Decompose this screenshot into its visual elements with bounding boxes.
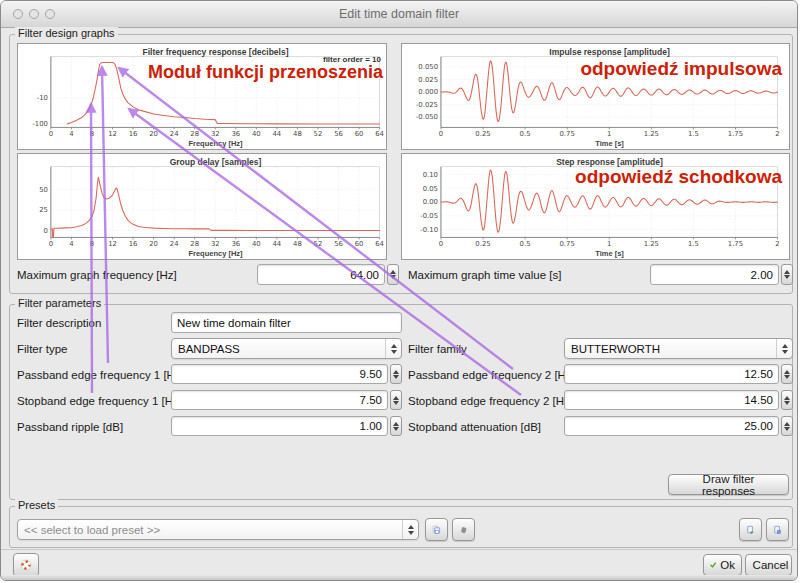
- cancel-button[interactable]: Cancel: [745, 554, 792, 576]
- svg-text:0: 0: [49, 130, 53, 138]
- svg-text:2: 2: [775, 130, 779, 138]
- svg-text:36: 36: [231, 240, 240, 248]
- annotation-step: odpowiedź schodkowa: [575, 166, 782, 188]
- filter-description-input[interactable]: [171, 312, 402, 333]
- ok-label: Ok: [720, 559, 735, 571]
- max-graph-time-input[interactable]: [650, 264, 779, 285]
- svg-text:1.75: 1.75: [728, 240, 743, 248]
- svg-text:1.25: 1.25: [644, 240, 659, 248]
- stopband2-stepper[interactable]: [781, 390, 793, 410]
- svg-text:40: 40: [252, 240, 261, 248]
- passband2-input[interactable]: [564, 364, 779, 384]
- max-graph-frequency-input[interactable]: [257, 264, 385, 285]
- stopband-attenuation-input[interactable]: [564, 416, 779, 436]
- max-graph-frequency-stepper[interactable]: [387, 264, 399, 285]
- svg-text:60: 60: [355, 130, 364, 138]
- svg-text:64: 64: [375, 240, 384, 248]
- filter-type-value: BANDPASS: [172, 343, 385, 355]
- svg-text:0.00: 0.00: [423, 198, 438, 206]
- svg-text:0.75: 0.75: [560, 130, 575, 138]
- filter-family-label: Filter family: [408, 339, 467, 359]
- svg-text:1.25: 1.25: [644, 130, 659, 138]
- plot-title: Impulse response [amplitude]: [439, 47, 780, 57]
- stopband1-stepper[interactable]: [390, 390, 402, 410]
- svg-text:60: 60: [355, 240, 364, 248]
- load-preset-from-file-button[interactable]: [739, 518, 762, 541]
- save-preset-icon: [432, 522, 441, 538]
- svg-text:0.25: 0.25: [475, 240, 490, 248]
- svg-text:-0.10: -0.10: [420, 226, 438, 234]
- cancel-label: Cancel: [753, 559, 789, 571]
- save-preset-button[interactable]: [425, 518, 448, 541]
- svg-text:-0.05: -0.05: [420, 212, 438, 220]
- passband-ripple-stepper[interactable]: [390, 416, 402, 436]
- svg-text:-0.025: -0.025: [416, 101, 438, 109]
- svg-text:50: 50: [39, 186, 48, 194]
- plot-title: Group delay [samples]: [49, 157, 382, 167]
- passband1-input[interactable]: [171, 364, 388, 384]
- svg-text:-10: -10: [37, 94, 48, 102]
- stopband-attenuation-stepper[interactable]: [781, 416, 793, 436]
- svg-text:0: 0: [44, 227, 48, 235]
- svg-text:52: 52: [314, 240, 323, 248]
- group-label: Filter design graphs: [15, 27, 118, 39]
- draw-filter-responses-button[interactable]: Draw filter responses: [668, 474, 789, 495]
- preset-placeholder: << select to load preset >>: [18, 524, 402, 536]
- step-response-plot: Step response [amplitude] odpowiedź scho…: [401, 153, 790, 260]
- svg-text:0.050: 0.050: [418, 63, 438, 71]
- stopband1-input[interactable]: [171, 390, 388, 410]
- title-bar: Edit time domain filter: [1, 1, 797, 28]
- filter-family-select[interactable]: BUTTERWORTH: [564, 338, 793, 359]
- svg-text:20: 20: [149, 130, 158, 138]
- svg-text:0.5: 0.5: [520, 130, 531, 138]
- ok-button[interactable]: Ok: [703, 554, 742, 576]
- group-label: Presets: [15, 499, 58, 511]
- delete-preset-button[interactable]: [452, 518, 475, 541]
- annotation-transfer-function: Moduł funkcji przenoszenia: [148, 62, 383, 83]
- svg-text:48: 48: [293, 240, 302, 248]
- save-preset-file-icon: [773, 522, 782, 538]
- svg-text:0: 0: [439, 240, 443, 248]
- svg-text:52: 52: [314, 130, 323, 138]
- footer-bar: [1, 549, 797, 580]
- passband2-stepper[interactable]: [781, 364, 793, 384]
- svg-text:0.25: 0.25: [475, 130, 490, 138]
- filter-type-select[interactable]: BANDPASS: [171, 338, 402, 359]
- impulse-response-plot: Impulse response [amplitude] odpowiedź i…: [401, 43, 790, 150]
- svg-text:0.10: 0.10: [423, 171, 438, 179]
- svg-text:0: 0: [49, 240, 53, 248]
- passband-ripple-input[interactable]: [171, 416, 388, 436]
- stopband2-label: Stopband edge frequency 2 [Hz]: [408, 391, 573, 411]
- svg-text:-100: -100: [32, 120, 48, 128]
- edit-time-domain-filter-dialog: Edit time domain filter Filter design gr…: [0, 0, 798, 581]
- svg-text:4: 4: [69, 240, 73, 248]
- stopband2-input[interactable]: [564, 390, 779, 410]
- svg-text:1: 1: [607, 240, 611, 248]
- chevron-updown-icon: [402, 520, 418, 539]
- save-preset-to-file-button[interactable]: [766, 518, 789, 541]
- svg-text:28: 28: [190, 130, 199, 138]
- chevron-updown-icon: [385, 339, 401, 358]
- help-button[interactable]: [13, 553, 39, 577]
- svg-text:0: 0: [439, 130, 443, 138]
- svg-text:40: 40: [252, 130, 261, 138]
- svg-text:56: 56: [334, 130, 343, 138]
- svg-text:24: 24: [170, 240, 179, 248]
- max-graph-time-stepper[interactable]: [781, 264, 793, 285]
- svg-text:0.025: 0.025: [418, 76, 438, 84]
- svg-text:8: 8: [90, 130, 94, 138]
- delete-preset-icon: [459, 522, 468, 538]
- group-label: Filter parameters: [15, 297, 104, 309]
- svg-text:0.75: 0.75: [560, 240, 575, 248]
- passband2-label: Passband edge frequency 2 [Hz]: [408, 365, 575, 385]
- svg-text:64: 64: [375, 130, 384, 138]
- preset-select[interactable]: << select to load preset >>: [17, 519, 419, 540]
- group-delay-curve: 048121620242832364044485256606450250: [18, 154, 386, 259]
- svg-text:25: 25: [39, 206, 48, 214]
- filter-type-label: Filter type: [17, 339, 68, 359]
- passband1-stepper[interactable]: [390, 364, 402, 384]
- x-axis-label: Time [s]: [439, 249, 780, 258]
- filter-description-label: Filter description: [17, 313, 101, 333]
- svg-text:28: 28: [190, 240, 199, 248]
- x-axis-label: Time [s]: [439, 139, 780, 148]
